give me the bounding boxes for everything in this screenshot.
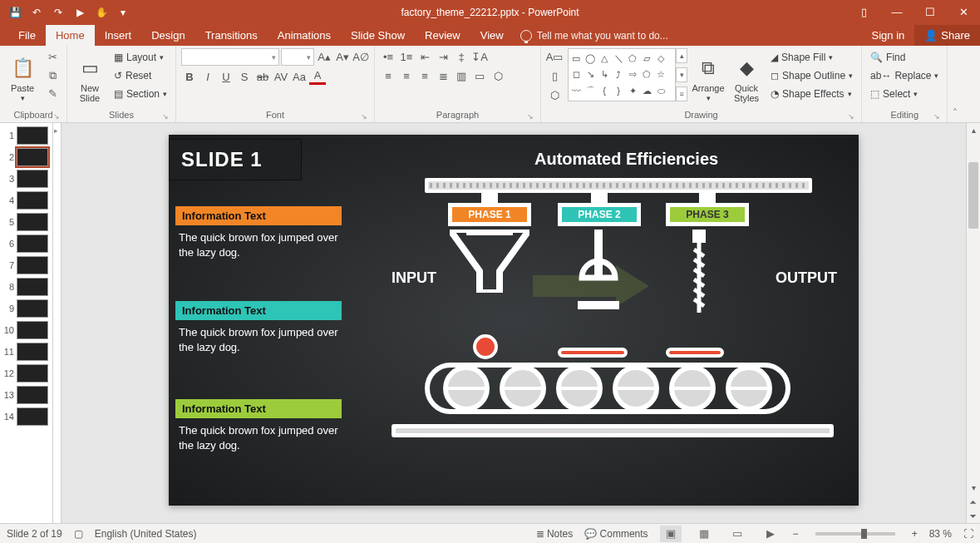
previous-slide-button[interactable]: ⏶	[967, 495, 980, 509]
slide[interactable]: SLIDE 1 Automated Efficiencies Informati…	[169, 135, 859, 506]
spellcheck-icon[interactable]: ▢	[74, 528, 83, 540]
zoom-knob[interactable]	[861, 529, 867, 539]
arrange-button[interactable]: ⧉ Arrange▾	[691, 48, 726, 103]
tab-insert[interactable]: Insert	[95, 25, 142, 46]
comments-button[interactable]: 💬 Comments	[584, 528, 648, 540]
increase-font-button[interactable]: A▴	[316, 49, 332, 66]
italic-button[interactable]: I	[199, 68, 216, 85]
cut-button[interactable]: ✂	[43, 48, 62, 66]
shapes-gallery-scroll[interactable]: ▴▾≡	[676, 48, 687, 101]
reset-button[interactable]: ↺Reset	[111, 67, 170, 84]
bullets-button[interactable]: •≡	[380, 48, 396, 65]
align-right-button[interactable]: ≡	[416, 67, 433, 84]
shape-fill-button[interactable]: ◢Shape Fill▾	[767, 48, 856, 66]
new-slide-button[interactable]: ▭ New Slide	[72, 48, 107, 103]
align-center-button[interactable]: ≡	[398, 67, 415, 84]
start-from-beginning-icon[interactable]: ▶	[70, 2, 90, 22]
align-text-button[interactable]: ▭	[471, 67, 488, 84]
shape-effects-button[interactable]: ◔Shape Effects▾	[767, 85, 856, 102]
tab-design[interactable]: Design	[141, 25, 195, 46]
group-label-editing[interactable]: Editing	[867, 109, 942, 121]
group-label-font[interactable]: Font	[181, 109, 369, 121]
slideshow-view-button[interactable]: ▶	[760, 526, 781, 542]
font-color-button[interactable]: A	[309, 68, 326, 85]
tab-view[interactable]: View	[470, 25, 514, 46]
maximize-button[interactable]: ☐	[914, 0, 947, 24]
slide-thumbnail-7[interactable]: 7	[0, 254, 52, 276]
slide-thumbnail-13[interactable]: 13	[0, 384, 52, 406]
quick-styles-button[interactable]: ◆ Quick Styles	[729, 48, 764, 103]
slide-thumbnail-6[interactable]: 6	[0, 233, 52, 254]
info-block-3[interactable]: Information Text The quick brown fox jum…	[175, 399, 342, 452]
clear-formatting-button[interactable]: A∅	[352, 49, 369, 66]
redo-icon[interactable]: ↷	[48, 2, 68, 22]
tab-animations[interactable]: Animations	[268, 25, 341, 46]
reading-view-button[interactable]: ▭	[726, 526, 748, 542]
select-button[interactable]: ⬚Select▾	[867, 85, 942, 102]
vertical-text-button[interactable]: ▯	[546, 67, 563, 84]
decrease-font-button[interactable]: A▾	[334, 49, 351, 66]
group-label-paragraph[interactable]: Paragraph	[380, 109, 535, 121]
sign-in-link[interactable]: Sign in	[862, 25, 915, 46]
paste-button[interactable]: 📋 Paste ▾	[5, 48, 40, 103]
format-painter-button[interactable]: ✎	[43, 85, 62, 102]
underline-button[interactable]: U	[218, 68, 234, 85]
collapse-ribbon-button[interactable]: ˄	[947, 46, 962, 122]
decrease-indent-button[interactable]: ⇤	[416, 48, 433, 65]
slide-thumbnail-8[interactable]: 8	[0, 276, 52, 298]
factory-diagram[interactable]: PHASE 1 PHASE 2 PHASE 3 INPUT OUTPUT	[392, 178, 845, 492]
close-button[interactable]: ✕	[947, 0, 980, 24]
change-case-button[interactable]: Aa	[291, 68, 308, 85]
share-button[interactable]: 👤 Share	[914, 25, 980, 46]
scroll-thumb[interactable]	[968, 162, 978, 229]
smartart-button[interactable]: ⬡	[490, 67, 506, 84]
info-block-2[interactable]: Information Text The quick brown fox jum…	[175, 301, 342, 354]
tab-home[interactable]: Home	[46, 25, 95, 46]
slide-thumbnail-4[interactable]: 4	[0, 190, 52, 211]
shapes-gallery[interactable]: ▭◯△＼⬠▱◇ ◻↘↳⤴⇨⬠☆ 〰⌒{}✦☁⬭	[568, 48, 676, 101]
language-label[interactable]: English (United States)	[95, 528, 197, 540]
zoom-in-button[interactable]: +	[912, 528, 918, 540]
numbering-button[interactable]: 1≡	[398, 48, 415, 65]
outline-collapse-toggle[interactable]	[53, 123, 62, 523]
tell-me-search[interactable]: Tell me what you want to do...	[514, 26, 675, 46]
normal-view-button[interactable]: ▣	[660, 526, 682, 542]
section-button[interactable]: ▤Section▾	[111, 85, 170, 102]
bold-button[interactable]: B	[181, 68, 198, 85]
qat-more-icon[interactable]: ▾	[113, 2, 133, 22]
increase-indent-button[interactable]: ⇥	[435, 48, 451, 65]
text-box-button[interactable]: A▭	[546, 48, 563, 65]
slide-thumbnail-10[interactable]: 10	[0, 319, 52, 341]
zoom-slider[interactable]	[815, 532, 895, 536]
slide-thumbnail-2[interactable]: 2	[0, 146, 52, 168]
justify-button[interactable]: ≣	[435, 67, 451, 84]
zoom-out-button[interactable]: −	[793, 528, 799, 540]
tab-slideshow[interactable]: Slide Show	[341, 25, 415, 46]
font-family-combo[interactable]	[181, 48, 279, 66]
convert-button[interactable]: ⬡	[546, 86, 563, 103]
scroll-up-button[interactable]: ▴	[967, 123, 980, 137]
slide-canvas-area[interactable]: SLIDE 1 Automated Efficiencies Informati…	[62, 123, 966, 523]
slide-thumbnail-1[interactable]: 1	[0, 125, 52, 146]
fit-to-window-button[interactable]: ⛶	[963, 528, 973, 540]
tab-transitions[interactable]: Transitions	[195, 25, 268, 46]
slide-thumbnail-12[interactable]: 12	[0, 363, 52, 384]
find-button[interactable]: 🔍Find	[867, 48, 942, 66]
next-slide-button[interactable]: ⏷	[967, 509, 980, 523]
font-size-combo[interactable]	[281, 48, 314, 66]
slide-title-box[interactable]: SLIDE 1	[169, 139, 302, 180]
columns-button[interactable]: ▥	[453, 67, 470, 84]
slide-sorter-view-button[interactable]: ▦	[693, 526, 715, 542]
slide-thumbnail-14[interactable]: 14	[0, 406, 52, 427]
vertical-scrollbar[interactable]: ▴ ▾ ⏶ ⏷	[966, 123, 980, 523]
copy-button[interactable]: ⧉	[43, 67, 62, 84]
scroll-down-button[interactable]: ▾	[967, 481, 980, 495]
touch-mode-icon[interactable]: ✋	[91, 2, 111, 22]
line-spacing-button[interactable]: ‡	[453, 48, 470, 65]
ribbon-display-options-icon[interactable]: ▯	[847, 0, 880, 24]
tab-file[interactable]: File	[8, 25, 46, 46]
group-label-drawing[interactable]: Drawing	[546, 109, 856, 121]
shadow-button[interactable]: S	[236, 68, 253, 85]
zoom-level-label[interactable]: 83 %	[929, 528, 952, 540]
group-label-slides[interactable]: Slides	[72, 109, 170, 121]
